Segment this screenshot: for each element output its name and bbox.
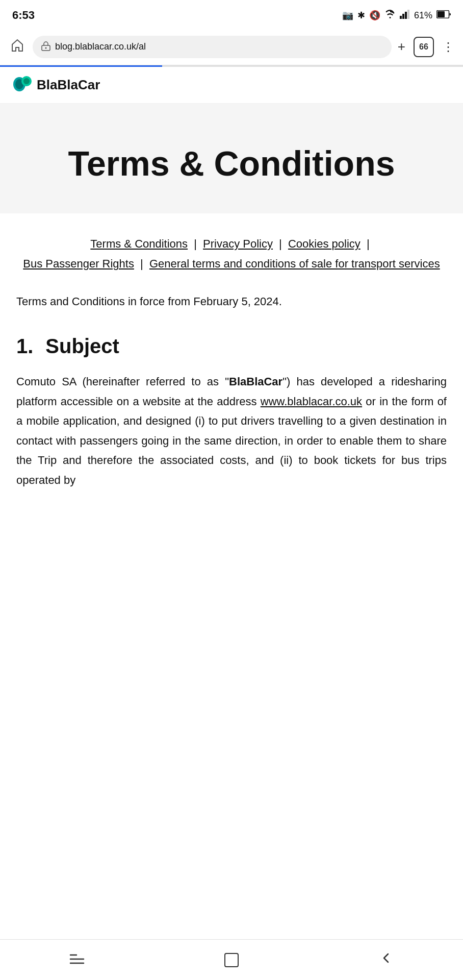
hero-section: Terms & Conditions <box>0 104 463 213</box>
status-icons: 📷 ✱ 🔇 61% <box>342 10 451 21</box>
status-time: 6:53 <box>12 9 35 22</box>
blablacar-logo[interactable]: BlaBlaCar <box>12 74 100 96</box>
svg-rect-1 <box>402 14 404 19</box>
svg-rect-5 <box>438 11 445 17</box>
cookies-policy-link[interactable]: Cookies policy <box>288 237 361 250</box>
battery-text: 61% <box>414 10 432 21</box>
new-tab-button[interactable]: + <box>398 39 405 55</box>
nav-sep-1: | <box>194 237 197 250</box>
nav-home-button[interactable] <box>216 945 247 975</box>
bluetooth-icon: ✱ <box>357 10 365 21</box>
bus-passenger-rights-link[interactable]: Bus Passenger Rights <box>23 257 134 270</box>
signal-icon <box>400 10 410 21</box>
page-title: Terms & Conditions <box>20 144 443 183</box>
loading-bar-fill <box>0 65 162 67</box>
loading-bar <box>0 65 463 67</box>
svg-point-11 <box>23 78 30 84</box>
tabs-count-button[interactable]: 66 <box>414 37 434 57</box>
main-content: Terms & Conditions | Privacy Policy | Co… <box>0 213 463 939</box>
section-body-part1: Comuto SA (hereinafter referred to as " <box>16 375 229 388</box>
nav-back-button[interactable] <box>371 945 401 975</box>
section-1-title: Subject <box>45 335 119 358</box>
website-link[interactable]: www.blablacar.co.uk <box>261 395 362 408</box>
nav-menu-button[interactable] <box>62 945 92 975</box>
home-icon <box>10 38 24 56</box>
bottom-nav <box>0 939 463 980</box>
status-bar: 6:53 📷 ✱ 🔇 61% <box>0 0 463 29</box>
section-body-part3: or in the form of a mobile application, … <box>16 395 447 486</box>
logo-text: BlaBlaCar <box>37 77 100 93</box>
general-terms-link[interactable]: General terms and conditions of sale for… <box>149 257 440 270</box>
terms-conditions-link[interactable]: Terms & Conditions <box>90 237 188 250</box>
section-1-heading: 1. Subject <box>16 335 447 358</box>
nav-sep-4: | <box>140 257 143 270</box>
svg-rect-0 <box>400 16 402 19</box>
svg-rect-3 <box>407 10 409 19</box>
url-security-icon <box>41 41 51 53</box>
logo-icon <box>12 74 35 96</box>
wifi-icon <box>384 10 396 21</box>
brand-name: BlaBlaCar <box>229 375 282 388</box>
intro-text: Terms and Conditions in force from Febru… <box>16 292 447 310</box>
browser-chrome: blog.blablacar.co.uk/al + 66 ⋮ <box>0 29 463 65</box>
nav-sep-2: | <box>279 237 282 250</box>
svg-point-7 <box>45 47 47 48</box>
browser-menu-button[interactable]: ⋮ <box>442 40 455 54</box>
browser-actions: + 66 ⋮ <box>398 37 455 57</box>
home-square-icon <box>224 953 239 967</box>
camera-icon: 📷 <box>342 10 353 21</box>
section-1-number: 1. <box>16 335 33 358</box>
privacy-policy-link[interactable]: Privacy Policy <box>203 237 273 250</box>
logo-header: BlaBlaCar <box>0 67 463 104</box>
nav-links: Terms & Conditions | Privacy Policy | Co… <box>16 234 447 274</box>
back-arrow-icon <box>379 951 393 969</box>
section-1-body: Comuto SA (hereinafter referred to as "B… <box>16 372 447 490</box>
url-text: blog.blablacar.co.uk/al <box>55 41 383 52</box>
url-bar[interactable]: blog.blablacar.co.uk/al <box>33 36 392 58</box>
svg-rect-2 <box>405 12 407 19</box>
mute-icon: 🔇 <box>369 10 380 21</box>
nav-sep-3: | <box>367 237 370 250</box>
menu-lines-icon <box>69 952 85 968</box>
home-button[interactable] <box>8 38 27 56</box>
battery-icon <box>436 10 451 21</box>
